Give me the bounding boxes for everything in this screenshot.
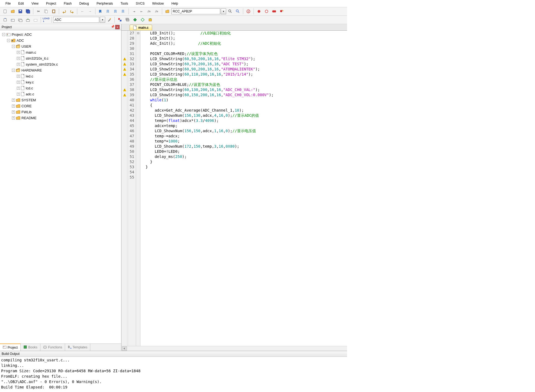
tree-toggle[interactable]: + — [12, 116, 15, 119]
indent-button[interactable]: ⇥ — [130, 8, 137, 15]
menu-peripherals[interactable]: Peripherals — [93, 1, 117, 7]
download-button[interactable]: LOAD⇣ — [43, 17, 50, 23]
manage-project-button[interactable] — [116, 17, 123, 23]
incremental-find-button[interactable] — [234, 8, 241, 15]
editor-tab-main-c[interactable]: main.c — [130, 25, 152, 30]
save-button[interactable] — [17, 8, 24, 15]
tree-target[interactable]: −ADC — [1, 37, 120, 43]
undo-button[interactable] — [61, 8, 68, 15]
project-tree[interactable]: −Project: ADC−ADC−USER+main.c+stm32f10x_… — [0, 30, 121, 344]
build-button[interactable] — [9, 17, 16, 23]
menu-view[interactable]: View — [28, 1, 42, 7]
pack-installer-button[interactable] — [147, 17, 154, 23]
left-tab-project[interactable]: Project — [0, 344, 21, 351]
warning-marker[interactable] — [123, 73, 126, 76]
target-options-button[interactable] — [106, 17, 113, 23]
find-button[interactable] — [227, 8, 234, 15]
tree-group-fwlib[interactable]: +FWLib — [1, 109, 120, 115]
tree-toggle[interactable]: − — [2, 33, 5, 36]
tree-group-core[interactable]: +CORE — [1, 103, 120, 109]
tree-file-system_stm32f10x-c[interactable]: +system_stm32f10x.c — [1, 61, 120, 67]
menu-debug[interactable]: Debug — [76, 1, 93, 7]
tree-toggle[interactable]: − — [12, 45, 15, 48]
warning-marker[interactable] — [123, 93, 126, 96]
tree-file-lcd-c[interactable]: +lcd.c — [1, 85, 120, 91]
tree-toggle[interactable]: + — [17, 93, 20, 96]
batch-build-button[interactable] — [24, 17, 31, 23]
redo-button[interactable] — [68, 8, 75, 15]
tree-toggle[interactable]: + — [17, 63, 20, 66]
menu-edit[interactable]: Edit — [14, 1, 28, 7]
nav-forward-button[interactable]: → — [87, 8, 94, 15]
menu-flash[interactable]: Flash — [60, 1, 75, 7]
debug-start-button[interactable]: d — [245, 8, 252, 15]
bookmark-prev-button[interactable] — [105, 8, 112, 15]
left-tab-functions[interactable]: {}Functions — [40, 344, 65, 351]
tree-toggle[interactable]: − — [12, 69, 15, 72]
target-dropdown[interactable]: ▾ — [100, 17, 105, 23]
menu-window[interactable]: Window — [148, 1, 168, 7]
nav-back-button[interactable]: ← — [79, 8, 86, 15]
tree-file-stm32f10x_it-c[interactable]: +stm32f10x_it.c — [1, 55, 120, 61]
left-tab-books[interactable]: Books — [21, 344, 40, 351]
find-target-input[interactable] — [171, 8, 220, 14]
warning-marker[interactable] — [123, 63, 126, 66]
tree-group-user[interactable]: −USER — [1, 43, 120, 49]
uncomment-button[interactable]: //≡ — [153, 8, 160, 15]
close-panel-button[interactable]: × — [115, 25, 120, 29]
tree-toggle[interactable]: + — [12, 99, 15, 102]
warning-marker[interactable] — [123, 68, 126, 71]
tree-file-key-c[interactable]: +key.c — [1, 79, 120, 85]
menu-file[interactable]: File — [2, 1, 14, 7]
tree-group-readme[interactable]: +README — [1, 115, 120, 121]
warning-marker[interactable] — [123, 57, 126, 60]
breakpoint-kill-button[interactable] — [271, 8, 278, 15]
tree-file-main-c[interactable]: +main.c — [1, 49, 120, 55]
tree-group-system[interactable]: +SYSTEM — [1, 97, 120, 103]
comment-button[interactable]: //≡ — [146, 8, 153, 15]
editor-h-scrollbar[interactable]: < — [121, 346, 347, 351]
find-dropdown[interactable]: ▾ — [221, 8, 226, 14]
find-in-files-button[interactable] — [164, 8, 171, 15]
tree-toggle[interactable]: + — [17, 87, 20, 90]
cut-button[interactable]: ✂ — [35, 8, 42, 15]
code-editor[interactable]: 2728293031323334353637383940414243444546… — [121, 31, 347, 346]
tree-file-adc-c[interactable]: +adc.c — [1, 91, 120, 97]
copy-button[interactable] — [43, 8, 50, 15]
rebuild-button[interactable] — [17, 17, 24, 23]
manage-rte-button[interactable] — [132, 17, 139, 23]
unindent-button[interactable]: ⇤ — [138, 8, 145, 15]
stop-build-button[interactable] — [32, 17, 39, 23]
tree-toggle[interactable]: + — [17, 57, 20, 60]
breakpoint-kill-all-button[interactable] — [278, 8, 285, 15]
target-select[interactable] — [53, 17, 99, 23]
tree-toggle[interactable]: + — [17, 51, 20, 54]
warning-marker[interactable] — [123, 88, 126, 91]
tree-group-hardware[interactable]: −HARDWARE — [1, 67, 120, 73]
breakpoint-disable-button[interactable] — [263, 8, 270, 15]
save-all-button[interactable] — [24, 8, 31, 15]
breakpoint-insert-button[interactable] — [255, 8, 262, 15]
scroll-left-button[interactable]: < — [122, 346, 127, 351]
bookmark-clear-button[interactable] — [120, 8, 127, 15]
tree-toggle[interactable]: − — [7, 39, 10, 42]
menu-help[interactable]: Help — [168, 1, 182, 7]
left-tab-templates[interactable]: 0→Templates — [65, 344, 90, 351]
tree-toggle[interactable]: + — [17, 81, 20, 84]
pin-icon[interactable]: 📌 — [111, 25, 115, 29]
menu-project[interactable]: Project — [42, 1, 60, 7]
menu-svcs[interactable]: SVCS — [132, 1, 149, 7]
bookmark-next-button[interactable] — [112, 8, 119, 15]
tree-toggle[interactable]: + — [12, 105, 15, 108]
tree-root[interactable]: −Project: ADC — [1, 31, 120, 37]
tree-toggle[interactable]: + — [12, 111, 15, 114]
build-output-text[interactable]: compiling stm32f10x_usart.c... linking..… — [0, 357, 347, 392]
multi-project-button[interactable] — [124, 17, 131, 23]
bookmark-toggle-button[interactable] — [97, 8, 104, 15]
tree-toggle[interactable]: + — [17, 75, 20, 78]
new-file-button[interactable] — [2, 8, 9, 15]
menu-tools[interactable]: Tools — [117, 1, 132, 7]
translate-button[interactable] — [2, 17, 9, 23]
paste-button[interactable] — [50, 8, 57, 15]
open-file-button[interactable] — [9, 8, 16, 15]
